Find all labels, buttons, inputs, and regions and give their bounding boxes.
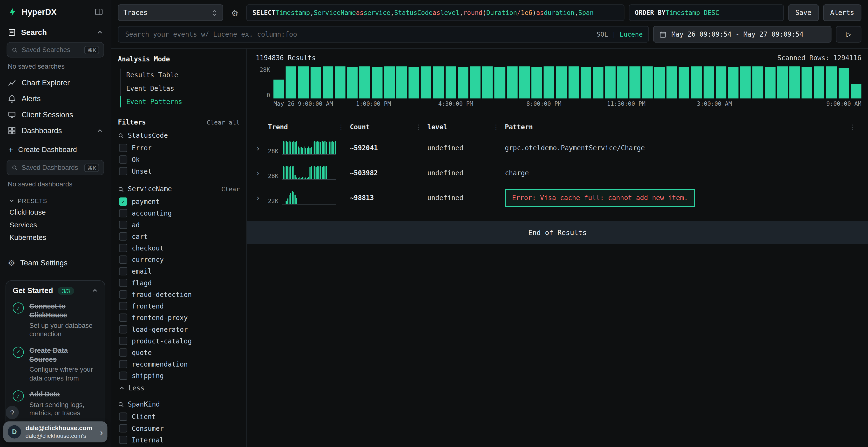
histogram-bar[interactable] [605,66,616,99]
chevron-up-icon[interactable] [97,128,103,134]
checkbox-icon[interactable] [119,244,127,252]
sidebar-collapse-icon[interactable] [95,7,103,16]
filter-option-checkout[interactable]: checkout [118,242,240,254]
filter-option-frontend-proxy[interactable]: frontend-proxy [118,312,240,323]
histogram-bar[interactable] [654,67,665,98]
filter-option-Internal[interactable]: Internal [118,434,240,446]
preset-clickhouse[interactable]: ClickHouse [0,206,111,218]
histogram-bar[interactable] [826,66,837,99]
histogram-bar[interactable] [445,66,456,99]
histogram-bar[interactable] [642,66,652,99]
histogram-bar[interactable] [335,66,345,99]
mode-event-deltas[interactable]: Event Deltas [121,82,240,95]
histogram-bar[interactable] [507,66,518,99]
histogram-bar[interactable] [777,66,788,99]
save-button[interactable]: Save [788,4,818,21]
histogram-bar[interactable] [752,66,763,99]
filter-option-shipping[interactable]: shipping [118,370,240,381]
histogram-bar[interactable] [310,67,321,98]
date-range-picker[interactable]: May 26 09:09:54 - May 27 09:09:54 [653,26,831,43]
filter-option-email[interactable]: email [118,265,240,277]
filter-option-ad[interactable]: ad [118,219,240,231]
column-handle-icon[interactable]: ⋮ [338,123,350,131]
histogram-bar[interactable] [470,66,480,99]
checkbox-icon[interactable] [119,314,127,322]
checkbox-icon[interactable]: ✓ [119,198,127,206]
column-handle-icon[interactable]: ⋮ [415,123,428,131]
get-started-header[interactable]: Get Started 3/3 [13,286,98,295]
histogram-bar[interactable] [433,66,444,98]
column-trend[interactable]: Trend [268,123,288,131]
histogram-bar[interactable] [482,66,493,99]
filter-option-Client[interactable]: Client [118,411,240,422]
histogram-bar[interactable] [519,66,530,98]
histogram-bar[interactable] [568,66,579,99]
search-input[interactable] [124,30,592,39]
sidebar-item-chart-explorer[interactable]: Chart Explorer [0,75,111,91]
get-started-item[interactable]: ✓ Add Data Start sending logs, metrics, … [13,390,98,418]
pattern-value[interactable]: charge [505,169,862,176]
histogram-bar[interactable] [409,67,419,98]
team-settings-button[interactable]: ⚙ Team Settings [0,254,111,271]
chevron-up-icon[interactable] [92,287,98,294]
lucene-toggle[interactable]: Lucene [620,30,643,38]
histogram-bar[interactable] [850,84,861,98]
checkbox-icon[interactable] [119,337,127,345]
histogram-bar[interactable] [679,67,689,99]
checkbox-icon[interactable] [119,290,127,299]
pattern-row[interactable]: › 22K ~98813 undefined Error: Visa cache… [256,185,862,210]
checkbox-icon[interactable] [119,436,127,444]
checkbox-icon[interactable] [119,255,127,264]
histogram-bar[interactable] [814,66,825,99]
sidebar-item-client-sessions[interactable]: Client Sessions [0,107,111,123]
histogram-bar[interactable] [802,67,812,99]
histogram-bar[interactable] [531,67,542,98]
checkbox-icon[interactable] [119,348,127,356]
checkbox-icon[interactable] [119,325,127,333]
search-section-header[interactable]: Search [0,23,111,40]
saved-dashboards-input[interactable]: Saved Dashboards ⌘K [7,160,104,175]
chevron-right-icon[interactable]: › [100,427,103,437]
create-dashboard-button[interactable]: + Create Dashboard [0,141,111,158]
histogram-bar[interactable] [458,67,468,99]
get-started-item[interactable]: ✓ Create Data Sources Configure where yo… [13,346,98,383]
histogram-bar[interactable] [396,66,407,99]
row-expand-icon[interactable]: › [256,193,268,202]
filter-option-currency[interactable]: currency [118,254,240,265]
checkbox-icon[interactable] [119,413,127,421]
error-pattern-value[interactable]: Error: Visa cache full: cannot add new i… [505,189,695,206]
histogram-bar[interactable] [372,67,382,99]
filter-option-load-generator[interactable]: load-generator [118,323,240,335]
checkbox-icon[interactable] [119,372,127,380]
events-histogram[interactable]: 28K 0 May 26 9:00:00 AM1:00:00 PM4:30:00… [256,66,862,109]
histogram-bar[interactable] [347,67,358,99]
checkbox-icon[interactable] [119,267,127,275]
filter-option-cart[interactable]: cart [118,231,240,242]
mode-event-patterns[interactable]: Event Patterns [121,95,240,108]
pattern-cell-highlighted[interactable]: Error: Visa cache full: cannot add new i… [505,189,862,206]
column-pattern[interactable]: Pattern [505,123,533,131]
pattern-value[interactable]: grpc.oteldemo.PaymentService/Charge [505,144,862,152]
histogram-bar[interactable] [544,66,554,99]
sql-toggle[interactable]: SQL [596,30,608,38]
filter-option-product-catalog[interactable]: product-catalog [118,335,240,347]
source-select[interactable]: Traces [118,4,223,21]
histogram-bar[interactable] [581,67,591,99]
histogram-bar[interactable] [298,66,309,99]
user-account-chip[interactable]: D dale@clickhouse.com dale@clickhouse.co… [3,421,107,442]
filter-option-recommendation[interactable]: recommendation [118,358,240,370]
checkbox-icon[interactable] [119,156,127,164]
filter-option-Ok[interactable]: Ok [118,153,240,165]
histogram-bar[interactable] [691,66,702,99]
histogram-bar[interactable] [421,66,431,99]
filter-option-fraud-detection[interactable]: fraud-detection [118,288,240,300]
checkbox-icon[interactable] [119,279,127,287]
presets-toggle[interactable]: PRESETS [0,193,111,206]
checkbox-icon[interactable] [119,232,127,240]
sidebar-item-alerts[interactable]: Alerts [0,91,111,107]
filter-option-quote[interactable]: quote [118,347,240,358]
run-query-button[interactable]: ▷ [836,26,862,43]
chevron-up-icon[interactable] [97,29,103,35]
saved-searches-input[interactable]: Saved Searches ⌘K [7,42,104,57]
preset-services[interactable]: Services [0,218,111,231]
